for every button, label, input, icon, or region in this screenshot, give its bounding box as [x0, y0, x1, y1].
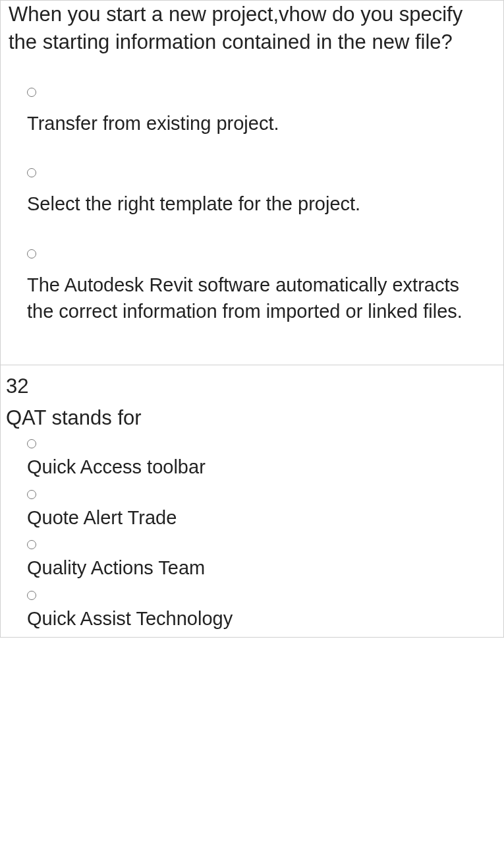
option-label: The Autodesk Revit software automaticall… [27, 272, 477, 325]
question-1-block: When you start a new project,vhow do you… [0, 0, 504, 365]
option-label: Quote Alert Trade [27, 504, 477, 537]
question-2-options: Quick Access toolbar Quote Alert Trade Q… [1, 433, 503, 637]
radio-option-1[interactable] [27, 88, 36, 97]
option-item: Quick Assist Technology [1, 591, 503, 638]
radio-option-3[interactable] [27, 540, 36, 549]
radio-option-3[interactable] [27, 249, 36, 258]
option-label: Quick Assist Technology [27, 605, 477, 638]
radio-option-1[interactable] [27, 439, 36, 448]
option-item: Transfer from existing project. [1, 56, 503, 137]
radio-option-2[interactable] [27, 490, 36, 499]
question-1-options: Transfer from existing project. Select t… [1, 56, 503, 365]
option-label: Transfer from existing project. [27, 110, 477, 137]
question-2-block: 32 QAT stands for Quick Access toolbar Q… [0, 365, 504, 638]
question-2-text: QAT stands for [1, 402, 503, 433]
option-label: Quick Access toolbar [27, 454, 477, 486]
option-label: Quality Actions Team [27, 555, 477, 587]
option-item: Quote Alert Trade [1, 490, 503, 537]
question-2-number: 32 [1, 365, 503, 402]
option-item: Quick Access toolbar [1, 439, 503, 486]
radio-option-4[interactable] [27, 591, 36, 600]
question-1-text: When you start a new project,vhow do you… [1, 1, 503, 56]
radio-option-2[interactable] [27, 168, 36, 177]
option-item: Quality Actions Team [1, 540, 503, 587]
option-item: Select the right template for the projec… [1, 136, 503, 218]
option-item: The Autodesk Revit software automaticall… [1, 218, 503, 325]
option-label: Select the right template for the projec… [27, 191, 477, 218]
